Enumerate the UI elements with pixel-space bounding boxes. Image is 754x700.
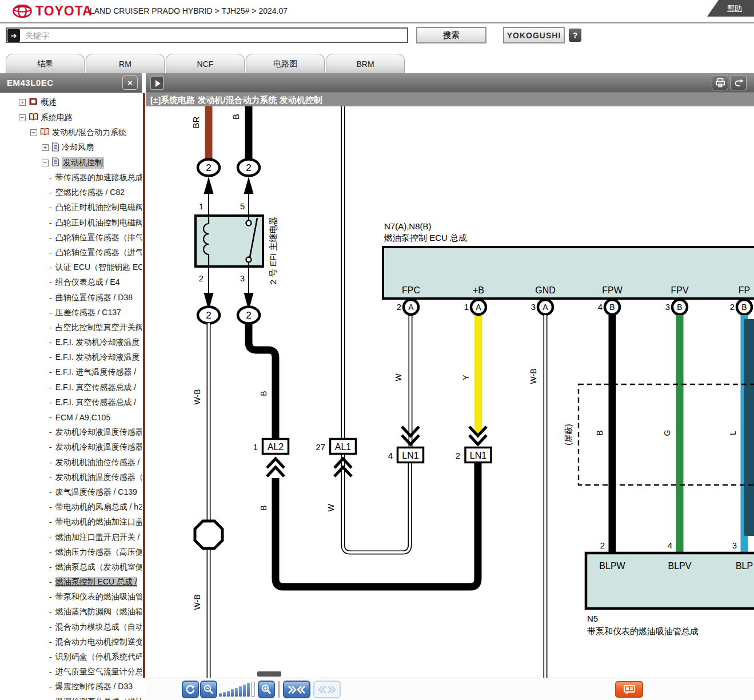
tab-wiring[interactable]: 电路图 bbox=[246, 54, 325, 73]
tree-node-overview[interactable]: + 概述 bbox=[0, 95, 142, 110]
tab-results[interactable]: 结果 bbox=[6, 54, 85, 73]
leaf-label: 燃油压力传感器（高压侧 bbox=[55, 547, 142, 558]
tree-leaf-item[interactable]: -曲轴位置传感器 / D38 bbox=[0, 290, 142, 305]
tree-leaf-item[interactable]: -发动机冷却液温度传感器 bbox=[0, 440, 142, 455]
tree-leaf-item[interactable]: -发动机机油油位传感器 / bbox=[0, 455, 142, 470]
wire-b-relay-to-al2[interactable] bbox=[249, 323, 276, 439]
wire-b-top[interactable] bbox=[245, 106, 253, 159]
tree-leaf-item[interactable]: -发动机机油温度传感器（ bbox=[0, 470, 142, 485]
tree-leaf-item[interactable]: -燃油泵控制 ECU 总成 / bbox=[0, 575, 142, 590]
efi-main-relay[interactable] bbox=[196, 216, 263, 267]
tree-node-engine-control[interactable]: − 发动机控制 bbox=[0, 156, 142, 170]
wire-y-plusb[interactable] bbox=[474, 315, 482, 435]
wire-b-al2-to-ln1[interactable] bbox=[276, 463, 478, 587]
rotate-button[interactable] bbox=[182, 681, 199, 698]
connector-al2[interactable]: AL2 1 bbox=[253, 439, 289, 454]
tree-leaf-item[interactable]: -带电动机的风扇总成 / h2 bbox=[0, 500, 142, 515]
zoom-level-indicator[interactable] bbox=[219, 683, 251, 697]
tree-leaf-item[interactable]: -带泵和仪表的燃油吸油管 bbox=[0, 590, 142, 604]
horizontal-scrollbar-thumb[interactable] bbox=[257, 671, 281, 677]
n5-name: N5 bbox=[587, 614, 598, 623]
tree-leaf-item[interactable]: -燃油加注口盖开启开关 / bbox=[0, 530, 142, 544]
feedback-button[interactable] bbox=[615, 681, 643, 698]
connector-ln1-4[interactable]: LN1 4 bbox=[388, 448, 424, 463]
help-link[interactable]: 帮助 bbox=[707, 0, 754, 17]
tree-leaf-item[interactable]: -带电动机的燃油加注口盖 bbox=[0, 515, 142, 530]
svg-text:AL2: AL2 bbox=[268, 442, 284, 452]
tree-node-engine-hybrid[interactable]: − 发动机/混合动力系统 bbox=[0, 125, 142, 140]
yokogushi-button[interactable]: YOKOGUSHI bbox=[503, 27, 565, 43]
tree-leaf-item[interactable]: -进气质量空气流量计分总 bbox=[0, 665, 142, 679]
wire-br[interactable] bbox=[205, 106, 213, 159]
tree-leaf-item[interactable]: -混合动力电动机控制逆变 bbox=[0, 635, 142, 650]
tree-leaf-item[interactable]: -组合仪表总成 / E4 bbox=[0, 275, 142, 290]
connector-oval-2c[interactable]: 2 bbox=[198, 307, 220, 324]
tree-leaf-item[interactable]: -燃油泵总成（发动机室侧 bbox=[0, 560, 142, 575]
back-button[interactable] bbox=[730, 75, 747, 90]
fuel-pump-ecu[interactable]: FPC +B GND FPW FPV FP bbox=[383, 247, 754, 299]
expander-plus-icon[interactable]: + bbox=[19, 99, 26, 106]
tree-leaf-item[interactable]: -占空比控制型真空开关阀 bbox=[0, 320, 142, 335]
search-button[interactable]: 搜索 bbox=[416, 27, 486, 43]
tree-leaf-item[interactable]: -带传感器的加速踏板总成 bbox=[0, 170, 142, 185]
collapse-tree-button[interactable] bbox=[150, 75, 164, 90]
leaf-dash: - bbox=[49, 263, 52, 272]
leaf-dash: - bbox=[49, 443, 52, 452]
zoom-out-button[interactable] bbox=[200, 681, 217, 698]
tree-leaf-item[interactable]: -识别码盒（停机系统代码 bbox=[0, 650, 142, 665]
expander-minus-icon[interactable]: − bbox=[30, 129, 37, 136]
tree-leaf-item[interactable]: -认证 ECU（智能钥匙 EC bbox=[0, 260, 142, 275]
expander-minus-icon[interactable]: − bbox=[42, 160, 49, 166]
connector-oval-2b[interactable]: 2 bbox=[238, 160, 260, 176]
tree-leaf-item[interactable]: -空燃比传感器 / C82 bbox=[0, 185, 142, 200]
expander-plus-icon[interactable]: + bbox=[42, 144, 49, 151]
close-panel-button[interactable]: × bbox=[122, 75, 138, 90]
tree-leaf-item[interactable]: -混合动力模块总成（自动 bbox=[0, 620, 142, 635]
wire-g-fpv[interactable] bbox=[676, 315, 684, 553]
tab-rm[interactable]: RM bbox=[86, 54, 165, 73]
tree-leaf-item[interactable]: -E.F.I. 真空传感器总成 / bbox=[0, 380, 142, 395]
wire-label-g: G bbox=[663, 430, 672, 436]
tree-leaf-item[interactable]: -E.F.I. 发动机冷却液温度 bbox=[0, 335, 142, 350]
tree-leaf-item[interactable]: -凸轮正时机油控制电磁阀 bbox=[0, 200, 142, 215]
connector-al1[interactable]: AL1 27 bbox=[316, 439, 356, 454]
tree-leaf-item[interactable]: -凸轮轴位置传感器（进气 bbox=[0, 245, 142, 260]
fuel-suction-tube-assembly[interactable]: BLPW BLPV BLP bbox=[586, 553, 754, 608]
tree-leaf-item[interactable]: -泄漏检测泵分总成（燃油 bbox=[0, 695, 142, 700]
panel-divider[interactable] bbox=[143, 93, 145, 678]
leaf-label: 发动机机油油位传感器 / bbox=[55, 458, 140, 468]
tree-node-system-circuits[interactable]: − 系统电路 bbox=[0, 110, 142, 125]
leaf-label: E.F.I. 真空传感器总成 / bbox=[55, 383, 137, 393]
svg-text:B: B bbox=[677, 303, 682, 312]
tree-leaf-item[interactable]: -E.F.I. 发动机冷却液温度 bbox=[0, 350, 142, 365]
tree-leaf-item[interactable]: -凸轮正时机油控制电磁阀 bbox=[0, 216, 142, 230]
tree-leaf-item[interactable]: -废气温度传感器 / C139 bbox=[0, 485, 142, 500]
tree-leaf-item[interactable]: -压差传感器 / C137 bbox=[0, 305, 142, 320]
print-button[interactable] bbox=[712, 75, 728, 90]
splice-octagon[interactable] bbox=[195, 521, 222, 548]
wire-w-al1-to-ln1[interactable] bbox=[343, 455, 410, 552]
zoom-in-button[interactable] bbox=[258, 681, 275, 698]
tree-leaf-item[interactable]: -爆震控制传感器 / D33 bbox=[0, 679, 142, 694]
fit-width-button[interactable] bbox=[283, 681, 310, 698]
keyword-search-input[interactable] bbox=[6, 27, 408, 43]
tree-leaf-item[interactable]: -燃油压力传感器（高压侧 bbox=[0, 545, 142, 560]
tab-brm[interactable]: BRM bbox=[326, 54, 405, 73]
zoom-level-cursor[interactable] bbox=[251, 682, 255, 697]
tree-leaf-item[interactable]: -E.F.I. 真空传感器总成 / bbox=[0, 395, 142, 410]
tree-leaf-item[interactable]: -凸轮轴位置传感器（排气 bbox=[0, 230, 142, 245]
expander-minus-icon[interactable]: − bbox=[19, 114, 26, 121]
tree-leaf-item[interactable]: -ECM / A9,C105 bbox=[0, 410, 142, 425]
tree-leaf-item[interactable]: -燃油蒸汽防漏阀（燃油箱 bbox=[0, 604, 142, 619]
leaf-dash: - bbox=[49, 653, 52, 662]
expand-arrows-button[interactable] bbox=[313, 681, 341, 698]
tree-node-cooling-fan[interactable]: + 冷却风扇 bbox=[0, 140, 142, 155]
question-help-icon[interactable]: ? bbox=[569, 29, 581, 42]
tab-ncf[interactable]: NCF bbox=[166, 54, 245, 73]
wire-b-fpw[interactable] bbox=[609, 315, 616, 553]
connector-oval-2a[interactable]: 2 bbox=[198, 160, 220, 176]
connector-oval-2d[interactable]: 2 bbox=[238, 307, 260, 324]
connector-ln1-2[interactable]: LN1 2 bbox=[456, 448, 491, 463]
tree-leaf-item[interactable]: -发动机冷却液温度传感器 bbox=[0, 425, 142, 440]
tree-leaf-item[interactable]: -E.F.I. 进气温度传感器 / bbox=[0, 365, 142, 380]
